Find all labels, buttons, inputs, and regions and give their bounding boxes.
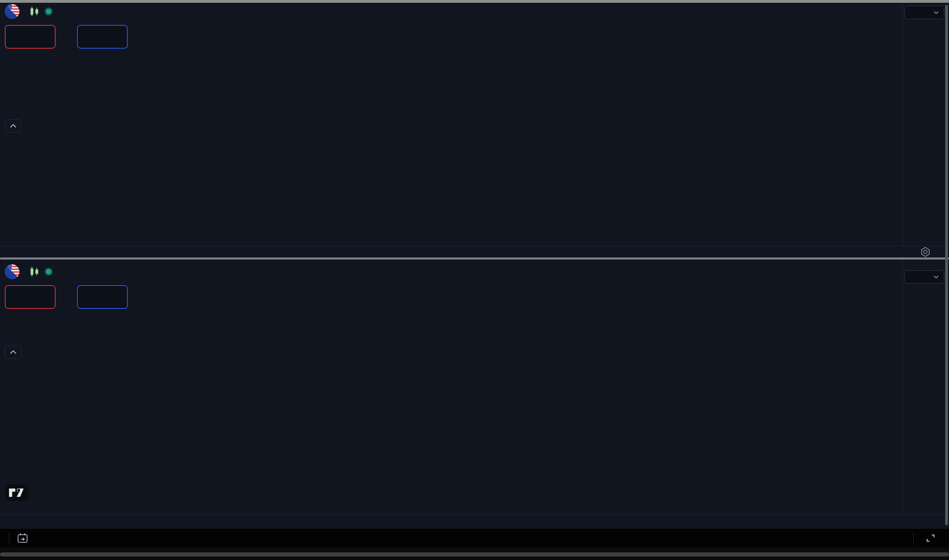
chart-1h-plot[interactable]: [0, 260, 903, 514]
toolbar-divider: [9, 532, 9, 544]
chart-type-icon[interactable]: [29, 266, 40, 278]
buy-button-1h[interactable]: [77, 285, 128, 309]
symbol-header-4h: [5, 4, 63, 19]
currency-selector-1h[interactable]: [904, 270, 944, 283]
price-axis-1h[interactable]: [903, 260, 949, 529]
eurusd-pair-flag-icon: [5, 4, 19, 19]
footer-grab-bar[interactable]: [0, 552, 949, 557]
currency-selector-4h[interactable]: [904, 6, 944, 19]
buy-button-4h[interactable]: [77, 25, 128, 49]
eurusd-pair-flag-icon: [5, 265, 19, 279]
chevron-down-icon: [933, 275, 940, 279]
toolbar-divider: [913, 532, 914, 544]
price-axis-4h[interactable]: [903, 2, 949, 257]
chart-type-icon[interactable]: [29, 6, 40, 17]
tradingview-multichart: [0, 0, 949, 560]
tradingview-logo[interactable]: [6, 485, 28, 501]
collapse-legend-button-4h[interactable]: [5, 119, 22, 132]
sell-button-1h[interactable]: [5, 285, 55, 309]
go-to-date-button[interactable]: [13, 531, 32, 546]
symbol-header-1h: [5, 265, 63, 279]
fullscreen-icon[interactable]: [925, 532, 937, 544]
time-axis-labels-4h: [0, 247, 949, 257]
window-footer: [0, 548, 949, 560]
market-status-icon[interactable]: [45, 268, 53, 276]
sell-button-4h[interactable]: [5, 25, 55, 49]
collapse-legend-button-1h[interactable]: [5, 346, 22, 359]
market-status-icon[interactable]: [45, 7, 53, 15]
axis-settings-gear-icon[interactable]: [920, 246, 931, 257]
window-top-strip: [0, 0, 949, 3]
chevron-down-icon: [933, 11, 940, 15]
bottom-toolbar: [0, 529, 949, 548]
time-axis-labels-1h: [0, 515, 949, 527]
vertical-scrollbar[interactable]: [945, 5, 948, 525]
chart-4h-plot[interactable]: [0, 2, 903, 246]
